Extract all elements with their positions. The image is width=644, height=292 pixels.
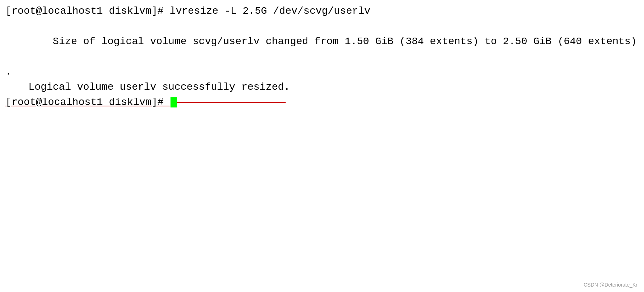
dot-line: . bbox=[5, 64, 639, 80]
red-underline-extension bbox=[177, 102, 286, 103]
cursor-block bbox=[171, 97, 177, 107]
output-prefix: Size of logical volume scvg/userlv chang… bbox=[41, 36, 314, 47]
watermark: CSDN @Deteriorate_Kr bbox=[584, 282, 637, 288]
terminal-window: [root@localhost1 disklvm]# lvresize -L 2… bbox=[0, 0, 644, 114]
output-suffix: 2.50 GiB (640 extents) bbox=[497, 36, 636, 47]
prompt-text: [root@localhost1 disklvm]# bbox=[5, 95, 170, 110]
command-line: [root@localhost1 disklvm]# lvresize -L 2… bbox=[5, 4, 639, 19]
output-line-size: Size of logical volume scvg/userlv chang… bbox=[5, 19, 639, 64]
from-keyword: from bbox=[314, 36, 338, 47]
output-mid: 1.50 GiB (384 extents) bbox=[339, 36, 485, 47]
prompt-line: [root@localhost1 disklvm]# bbox=[5, 95, 286, 110]
success-line: Logical volume userlv successfully resiz… bbox=[5, 80, 639, 95]
to-keyword: to bbox=[485, 36, 497, 47]
